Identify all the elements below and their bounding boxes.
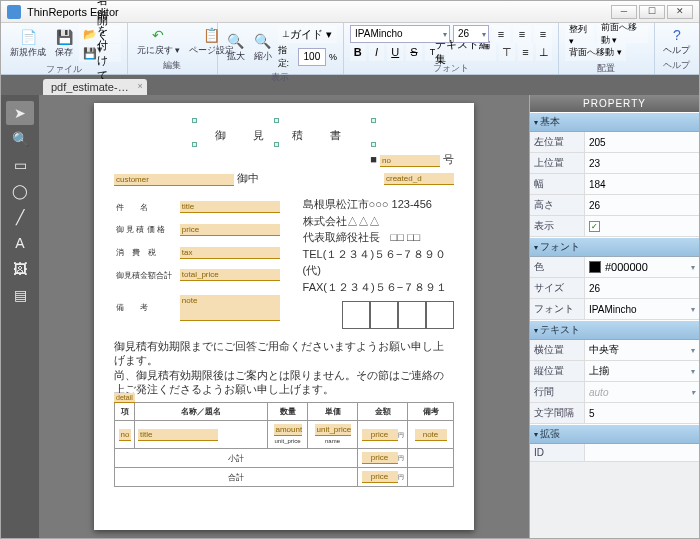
align-right-button[interactable]: ≡ [534, 25, 552, 43]
prop-valign[interactable]: 上揃 [585, 361, 699, 381]
maximize-button[interactable]: ☐ [639, 5, 665, 19]
help-button[interactable]: ?ヘルプ [661, 25, 693, 58]
prop-size[interactable]: 26 [585, 278, 699, 298]
font-family-select[interactable]: IPAMincho [350, 25, 450, 43]
fld-tax[interactable]: tax [180, 247, 280, 259]
group-file-label: ファイル [7, 62, 121, 76]
underline-button[interactable]: U [387, 43, 403, 61]
prop-color[interactable]: #000000 [585, 257, 699, 277]
group-view-label: 表示 [224, 70, 338, 84]
line-tool[interactable]: ╱ [6, 205, 34, 229]
fld-total[interactable]: total_price [180, 269, 280, 281]
fld-title[interactable]: title [180, 201, 280, 213]
valign-top-button[interactable]: ⊤ [499, 43, 515, 61]
disclaimer: 御見積有効期限までにご回答ご用命くださいますようお願い申し上げます。尚、御見積有… [114, 339, 454, 396]
prop-id[interactable] [585, 444, 699, 461]
rect-tool[interactable]: ▭ [6, 153, 34, 177]
close-button[interactable]: ✕ [667, 5, 693, 19]
prop-top[interactable]: 23 [585, 153, 699, 173]
align-center-button[interactable]: ≡ [513, 25, 531, 43]
app-icon [7, 5, 21, 19]
group-font-label: フォント [350, 61, 552, 75]
section-basic[interactable]: 基本 [530, 112, 699, 132]
saveas-button[interactable]: 💾名前を付けて保存 [79, 44, 121, 62]
tab-close-icon[interactable]: × [137, 81, 142, 91]
minimize-button[interactable]: ─ [611, 5, 637, 19]
prop-halign[interactable]: 中央寄 [585, 340, 699, 360]
doc-title[interactable]: 御 見 積 書 [114, 121, 454, 144]
group-edit-label: 編集 [134, 58, 211, 72]
guide-button[interactable]: ⊥ガイド ▾ [278, 25, 338, 43]
prop-display[interactable]: ✓ [585, 216, 699, 236]
prop-width[interactable]: 184 [585, 174, 699, 194]
text-edit-button[interactable]: T テキスト編集 [425, 43, 496, 61]
save-button[interactable]: 💾保存 [52, 27, 76, 60]
valign-bot-button[interactable]: ⊥ [536, 43, 552, 61]
zoom-input[interactable]: 100 [298, 48, 326, 66]
section-font[interactable]: フォント [530, 237, 699, 257]
fld-no[interactable]: no [380, 155, 440, 167]
select-tool[interactable]: ➤ [6, 101, 34, 125]
detail-table[interactable]: 項名称／題名数量単価金額備考 no title amountunit_price… [114, 402, 454, 487]
image-tool[interactable]: 🖼 [6, 257, 34, 281]
prop-lineheight[interactable]: auto [585, 382, 699, 402]
prop-height[interactable]: 26 [585, 195, 699, 215]
prop-letterspace[interactable]: 5 [585, 403, 699, 423]
document-tab[interactable]: pdf_estimate-…× [43, 79, 147, 95]
zoom-tool[interactable]: 🔍 [6, 127, 34, 151]
valign-mid-button[interactable]: ≡ [518, 43, 534, 61]
fld-price[interactable]: price [180, 224, 280, 236]
new-button[interactable]: 📄新規作成 [7, 27, 49, 60]
italic-button[interactable]: I [369, 43, 385, 61]
undo-button[interactable]: ↶元に戻す ▾ [134, 25, 184, 58]
prop-font[interactable]: IPAMincho [585, 299, 699, 319]
property-header: PROPERTY [530, 95, 699, 112]
report-page[interactable]: 御 見 積 書 ■ no 号 customer 御中 created_d 件 名… [94, 103, 474, 530]
align-left-button[interactable]: ≡ [492, 25, 510, 43]
fld-customer[interactable]: customer [114, 174, 234, 186]
group-layout-label: 配置 [565, 61, 648, 75]
ellipse-tool[interactable]: ◯ [6, 179, 34, 203]
move-back-button[interactable]: 背面へ移動 ▾ [565, 43, 626, 61]
list-tool[interactable]: ▤ [6, 283, 34, 307]
section-text[interactable]: テキスト [530, 320, 699, 340]
bold-button[interactable]: B [350, 43, 366, 61]
zoomin-button[interactable]: 🔍拡大 [224, 31, 248, 64]
font-size-select[interactable]: 26 [453, 25, 489, 43]
strike-button[interactable]: S [406, 43, 422, 61]
company-info: 島根県松江市○○○ 123-456株式会社△△△ 代表取締役社長 □□ □□TE… [303, 196, 454, 329]
align-menu[interactable]: 整列 ▾ [565, 25, 594, 43]
zoomout-button[interactable]: 🔍縮小 [251, 31, 275, 64]
section-ext[interactable]: 拡張 [530, 424, 699, 444]
prop-left[interactable]: 205 [585, 132, 699, 152]
fld-date[interactable]: created_d [384, 173, 454, 185]
text-tool[interactable]: A [6, 231, 34, 255]
canvas-area[interactable]: 御 見 積 書 ■ no 号 customer 御中 created_d 件 名… [39, 95, 529, 538]
move-front-button[interactable]: 前面へ移動 ▾ [597, 25, 648, 43]
fld-note[interactable]: note [180, 295, 280, 321]
